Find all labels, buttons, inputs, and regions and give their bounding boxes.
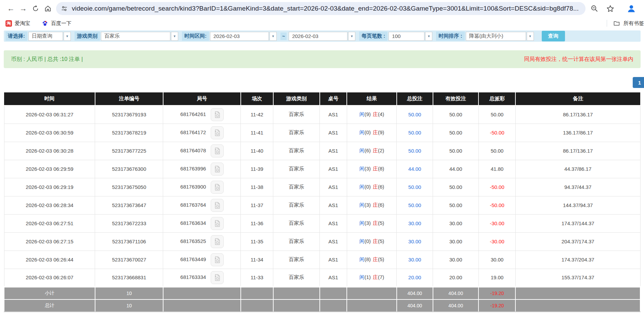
cell-game-type: 百家乐 [273,251,320,269]
cell-payout: -30.00 [478,214,515,232]
date-start-dropdown-arrow[interactable]: ▼ [270,32,277,41]
total-bet-link[interactable]: 50.00 [408,202,421,208]
header-total-bet: 总投注 [397,92,433,105]
cell-round-id: 681763449 [163,251,241,269]
page-1-button[interactable]: 1 [633,77,644,88]
sort-field[interactable]: 降冪(由大到小) [466,32,526,41]
select-mode-dropdown-arrow[interactable]: ▼ [64,32,71,41]
table-row: 2026-02-03 06:27:15 523173671106 6817635… [4,232,640,251]
total-bet-link[interactable]: 30.00 [408,239,421,244]
cell-round-id: 681763900 [163,178,241,196]
total-bet-link[interactable]: 30.00 [408,257,421,263]
table-row: 2026-02-03 06:28:34 523173673647 6817637… [4,196,640,214]
summary-label: 总计 [4,299,95,312]
cell-total-bet: 50.00 [397,196,433,214]
header-result: 结果 [347,92,396,105]
page-size-dropdown-arrow[interactable]: ▼ [425,32,432,41]
video-record-button[interactable] [211,163,224,176]
header-bet-id: 注单编号 [95,92,163,105]
cell-valid-bet: 50.00 [433,196,479,214]
reload-icon[interactable] [29,2,42,15]
video-record-button[interactable] [211,144,224,157]
video-record-button[interactable] [211,235,224,248]
address-bar[interactable]: videoie.com/game/betrecord_search/kind3?… [56,2,586,15]
cell-result: 闲(9)庄(4) [347,105,396,124]
sort-dropdown-arrow[interactable]: ▼ [527,32,534,41]
result-player: 闲 [359,274,365,280]
header-round-id: 局号 [163,92,241,105]
date-start-field[interactable]: 2026-02-03 [210,32,269,41]
cell-session: 11-40 [241,142,273,160]
video-file-icon [213,111,221,118]
total-bet-link[interactable]: 50.00 [408,148,421,154]
cell-result: 闲(0)庄(5) [347,232,396,251]
video-record-button[interactable] [211,181,224,194]
forward-icon[interactable]: → [17,2,29,15]
cell-remark: 44.37/86.17 [515,160,640,178]
result-player-score: (9) [365,111,371,117]
video-record-button[interactable] [211,271,224,284]
bookmark-label: 爱淘宝 [15,20,30,27]
cell-bet-id: 523173673647 [95,196,163,214]
result-player-score: (6) [365,148,371,153]
round-id-text: 681763449 [180,256,206,262]
cell-payout: -50.00 [478,178,515,196]
cell-payout: 41.80 [478,160,515,178]
bookmark-star-icon[interactable] [606,4,615,13]
total-bet-link[interactable]: 50.00 [408,112,421,117]
zoom-icon[interactable] [590,4,599,13]
cell-game-type: 百家乐 [273,196,320,214]
cell-result: 闲(6)庄(2) [347,142,396,160]
cell-result: 闲(0)庄(6) [347,178,396,196]
avatar-person-icon [627,4,636,13]
all-bookmarks[interactable]: 所有书签 [607,20,644,27]
bookmark-taobao[interactable]: 淘 爱淘宝 [5,20,30,27]
result-player-score: (3) [365,220,371,226]
cell-valid-bet: 44.00 [433,160,479,178]
cell-valid-bet: 50.00 [433,178,479,196]
cell-total-bet: 44.00 [397,160,433,178]
folder-icon [613,20,620,27]
total-bet-link[interactable]: 44.00 [408,166,421,172]
date-end-field[interactable]: 2026-02-03 [289,32,347,41]
summary-total-bet: 404.00 [397,287,433,299]
header-payout: 总派彩 [478,92,515,105]
summary-remark [515,299,640,312]
cell-valid-bet: 50.00 [433,124,479,142]
video-record-button[interactable] [211,217,224,230]
game-type-field[interactable]: 百家乐 [101,32,170,41]
cell-table-no: AS1 [320,124,347,142]
bookmark-baidu[interactable]: 百度一下 [42,20,71,27]
cell-remark: 86.17/136.17 [515,105,640,124]
all-bookmarks-label: 所有书签 [623,20,644,27]
video-record-button[interactable] [211,199,224,212]
profile-avatar[interactable] [626,3,636,14]
date-end-dropdown-arrow[interactable]: ▼ [348,32,355,41]
cell-bet-id: 523173668831 [95,269,163,287]
summary-label: 小计 [4,287,95,299]
total-bet-link[interactable]: 30.00 [408,220,421,226]
cell-total-bet: 50.00 [397,105,433,124]
video-record-button[interactable] [211,108,224,121]
result-banker: 庄 [373,166,378,171]
video-record-button[interactable] [211,253,224,266]
game-type-dropdown-arrow[interactable]: ▼ [171,32,178,41]
cell-table-no: AS1 [320,142,347,160]
total-bet-link[interactable]: 50.00 [408,130,421,136]
select-mode-field[interactable]: 日期查询 [28,32,63,41]
site-info-icon[interactable] [61,5,68,12]
search-button[interactable]: 查询 [542,31,565,41]
back-icon[interactable]: ← [5,2,17,15]
video-file-icon [213,256,221,264]
cell-valid-bet: 50.00 [433,105,479,124]
video-record-button[interactable] [211,126,224,139]
total-bet-link[interactable]: 50.00 [408,184,421,190]
header-time: 时间 [4,92,95,105]
cell-remark: 144.37/94.37 [515,196,640,214]
cell-payout: -30.00 [478,232,515,251]
bet-table-body: 2026-02-03 06:31:27 523173679193 6817642… [4,105,640,287]
home-icon[interactable] [42,2,54,15]
page-size-field[interactable]: 100 [389,32,424,41]
total-bet-link[interactable]: 20.00 [408,274,421,280]
round-id-text: 681763525 [180,238,206,244]
